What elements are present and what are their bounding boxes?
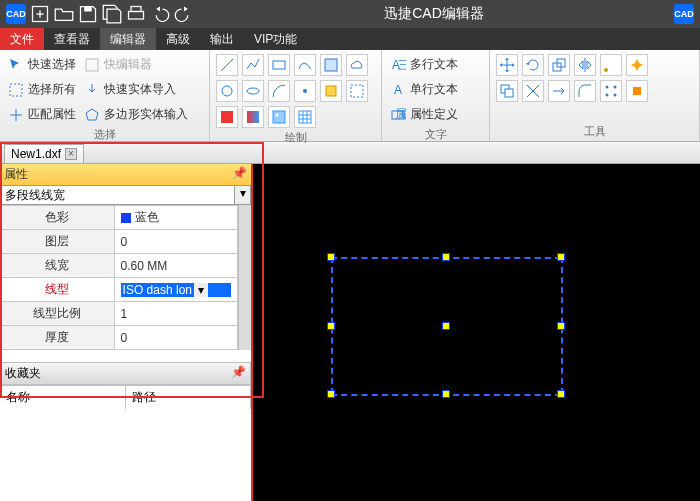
color-swatch-icon [121, 213, 131, 223]
select-all-button[interactable]: 选择所有 [6, 79, 78, 100]
arc-icon[interactable] [268, 80, 290, 102]
poly-input-button[interactable]: 多边形实体输入 [82, 104, 190, 125]
svg-rect-7 [325, 59, 337, 71]
prop-row-ltscale[interactable]: 线型比例1 [1, 302, 238, 326]
ellipse-icon[interactable] [242, 80, 264, 102]
stext-button[interactable]: A单行文本 [388, 79, 483, 100]
mtext-button[interactable]: A三多行文本 [388, 54, 483, 75]
prop-row-thickness[interactable]: 厚度0 [1, 326, 238, 350]
file-tab[interactable]: New1.dxf × [4, 144, 84, 163]
svg-rect-14 [247, 111, 259, 123]
block-icon[interactable] [320, 80, 342, 102]
rect-icon[interactable] [268, 54, 290, 76]
pin-icon[interactable]: 📌 [232, 166, 247, 183]
ribbon-group-tools: 工具 [490, 50, 700, 141]
line-icon[interactable] [216, 54, 238, 76]
quick-access-toolbar: CAD [6, 4, 194, 24]
quick-import-button[interactable]: 快速实体导入 [82, 79, 190, 100]
grip[interactable] [327, 390, 335, 398]
boundary-icon[interactable] [346, 80, 368, 102]
point-icon[interactable] [294, 80, 316, 102]
fillet-icon[interactable] [574, 80, 596, 102]
pin-icon[interactable]: 📌 [231, 365, 246, 382]
saveall-icon[interactable] [102, 4, 122, 24]
polyline-icon[interactable] [242, 54, 264, 76]
explode-icon[interactable] [626, 54, 648, 76]
match-props-button[interactable]: 匹配属性 [6, 104, 78, 125]
attdef-icon: 属 [390, 107, 406, 123]
new-icon[interactable] [30, 4, 50, 24]
grip[interactable] [442, 253, 450, 261]
quick-select-button[interactable]: 快速选择 [6, 54, 78, 75]
app-logo[interactable]: CAD [6, 4, 26, 24]
cloud-icon[interactable] [346, 54, 368, 76]
ribbon-group-select-label: 选择 [6, 125, 203, 144]
undo-icon[interactable] [150, 4, 170, 24]
attdef-button[interactable]: 属属性定义 [388, 104, 483, 125]
rotate-icon[interactable] [522, 54, 544, 76]
scale-icon[interactable] [548, 54, 570, 76]
offset-icon[interactable] [600, 54, 622, 76]
image-icon[interactable] [268, 106, 290, 128]
svg-rect-5 [86, 59, 98, 71]
svg-point-30 [606, 94, 609, 97]
menu-advanced[interactable]: 高级 [156, 28, 200, 50]
open-icon[interactable] [54, 4, 74, 24]
print-icon[interactable] [126, 4, 146, 24]
redo-icon[interactable] [174, 4, 194, 24]
prop-row-linetype[interactable]: 线型ISO dash lon▾ [1, 278, 238, 302]
insert-icon[interactable] [626, 80, 648, 102]
close-icon[interactable]: × [65, 148, 77, 160]
app-logo-right[interactable]: CAD [674, 4, 694, 24]
prop-row-color[interactable]: 色彩蓝色 [1, 206, 238, 230]
trim-icon[interactable] [522, 80, 544, 102]
gradient-icon[interactable] [242, 106, 264, 128]
grip[interactable] [442, 322, 450, 330]
mirror-icon[interactable] [574, 54, 596, 76]
grip[interactable] [557, 322, 565, 330]
properties-filter-input[interactable] [1, 186, 234, 204]
app-title: 迅捷CAD编辑器 [194, 5, 674, 23]
polygon-icon [84, 107, 100, 123]
extend-icon[interactable] [548, 80, 570, 102]
properties-title: 属性 [4, 166, 28, 183]
prop-row-layer[interactable]: 图层0 [1, 230, 238, 254]
chevron-down-icon[interactable]: ▾ [234, 186, 250, 204]
properties-filter-combo[interactable]: ▾ [0, 185, 251, 205]
fill-icon[interactable] [216, 106, 238, 128]
menu-vip[interactable]: VIP功能 [244, 28, 307, 50]
grip[interactable] [557, 390, 565, 398]
menu-viewer[interactable]: 查看器 [44, 28, 100, 50]
grip[interactable] [442, 390, 450, 398]
circle-icon[interactable] [216, 80, 238, 102]
spline-icon[interactable] [294, 54, 316, 76]
titlebar: CAD 迅捷CAD编辑器 CAD [0, 0, 700, 28]
ribbon-group-draw-label: 绘制 [216, 128, 375, 147]
grip[interactable] [327, 322, 335, 330]
menu-file[interactable]: 文件 [0, 28, 44, 50]
favorites-col-name: 名称 [0, 386, 126, 409]
import-icon [84, 82, 100, 98]
favorites-header[interactable]: 收藏夹 📌 [0, 362, 251, 385]
table-icon[interactable] [294, 106, 316, 128]
hatch-rect-icon[interactable] [320, 54, 342, 76]
prop-row-lineweight[interactable]: 线宽0.60 MM [1, 254, 238, 278]
attdef-label: 属性定义 [410, 106, 458, 123]
copy-icon[interactable] [496, 80, 518, 102]
svg-rect-17 [299, 111, 311, 123]
array-icon[interactable] [600, 80, 622, 102]
ribbon-group-text-label: 文字 [388, 125, 483, 144]
drawing-canvas[interactable] [253, 164, 700, 501]
menubar: 文件 查看器 编辑器 高级 输出 VIP功能 [0, 28, 700, 50]
linetype-select[interactable]: ISO dash lon▾ [121, 283, 231, 297]
move-icon[interactable] [496, 54, 518, 76]
grip[interactable] [557, 253, 565, 261]
menu-output[interactable]: 输出 [200, 28, 244, 50]
chevron-down-icon[interactable]: ▾ [194, 283, 208, 297]
save-icon[interactable] [78, 4, 98, 24]
menu-editor[interactable]: 编辑器 [100, 28, 156, 50]
stext-label: 单行文本 [410, 81, 458, 98]
svg-rect-32 [633, 87, 641, 95]
scrollbar[interactable] [238, 205, 251, 350]
grip[interactable] [327, 253, 335, 261]
